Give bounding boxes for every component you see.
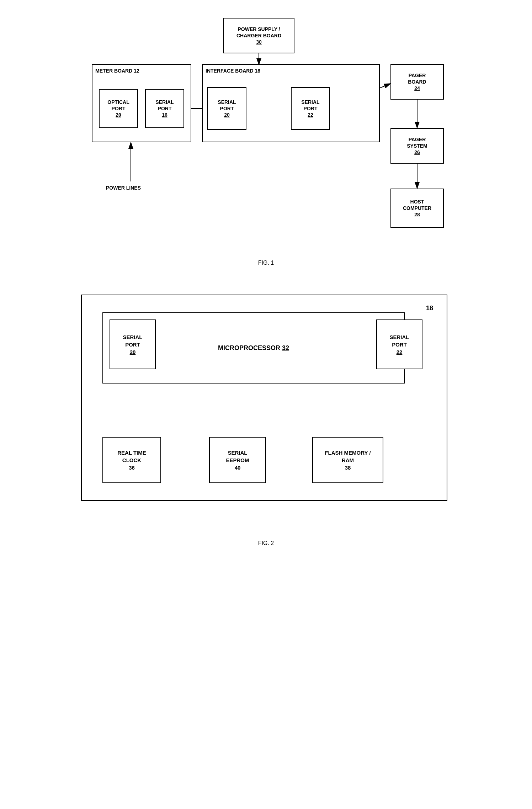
microprocessor-label: MICROPROCESSOR 32 <box>218 344 289 352</box>
interface-board-label: INTERFACE BOARD 18 <box>206 68 260 74</box>
host-computer-line1: HOST <box>410 199 424 205</box>
fig2-caption: FIG. 2 <box>70 540 462 546</box>
serial-port-16-line2: PORT <box>158 105 172 112</box>
serial-port-22-if-box: SERIAL PORT 22 <box>291 87 330 130</box>
serial-port-16-line1: SERIAL <box>155 99 174 105</box>
optical-port-line1: OPTICAL <box>107 99 129 105</box>
pager-system-number: 26 <box>414 149 420 155</box>
pager-board-box: PAGER BOARD 24 <box>390 64 444 100</box>
sp20-if-line2: PORT <box>220 105 234 112</box>
fig2-sp20-box: SERIAL PORT 20 <box>110 319 156 369</box>
fig2-sp22-box: SERIAL PORT 22 <box>376 319 422 369</box>
serial-port-16-number: 16 <box>162 112 167 118</box>
optical-port-box: OPTICAL PORT 20 <box>99 89 138 128</box>
fig2-area: 34 18 MICROPROCESSOR 32 SERIAL PORT 20 S… <box>70 287 462 536</box>
pager-board-line2: BOARD <box>408 79 426 85</box>
host-computer-line2: COMPUTER <box>403 205 431 211</box>
power-supply-label2: CHARGER BOARD <box>236 32 281 39</box>
serial-eeprom-box: SERIAL EEPROM 40 <box>209 437 266 483</box>
sp20-if-line1: SERIAL <box>218 99 236 105</box>
sp22-if-line2: PORT <box>304 105 318 112</box>
fig2-container: 34 18 MICROPROCESSOR 32 SERIAL PORT 20 S… <box>70 287 462 546</box>
power-supply-label: POWER SUPPLY / <box>238 26 280 32</box>
flash-memory-box: FLASH MEMORY / RAM 38 <box>312 437 383 483</box>
sp22-if-number: 22 <box>308 112 313 118</box>
fig1-container: POWER SUPPLY / CHARGER BOARD 30 METER BO… <box>70 14 462 266</box>
pager-board-line1: PAGER <box>409 72 426 79</box>
fig1-area: POWER SUPPLY / CHARGER BOARD 30 METER BO… <box>70 14 462 256</box>
serial-port-16-box: SERIAL PORT 16 <box>145 89 184 128</box>
optical-port-number: 20 <box>116 112 121 118</box>
power-supply-number: 30 <box>256 39 262 45</box>
fig1-caption: FIG. 1 <box>70 260 462 266</box>
optical-port-line2: PORT <box>112 105 126 112</box>
host-computer-number: 28 <box>414 211 420 218</box>
serial-port-20-if-box: SERIAL PORT 20 <box>207 87 246 130</box>
power-supply-box: POWER SUPPLY / CHARGER BOARD 30 <box>223 18 294 53</box>
page-container: POWER SUPPLY / CHARGER BOARD 30 METER BO… <box>70 14 462 561</box>
pager-system-line1: PAGER <box>409 136 426 143</box>
power-lines-label: POWER LINES <box>106 185 141 191</box>
rtc-box: REAL TIME CLOCK 36 <box>102 437 161 483</box>
sp20-if-number: 20 <box>224 112 230 118</box>
pager-system-line2: SYSTEM <box>407 143 427 149</box>
meter-board-label: METER BOARD 12 <box>95 68 139 74</box>
sp22-if-line1: SERIAL <box>301 99 319 105</box>
fig2-board-number: 18 <box>426 305 433 312</box>
host-computer-box: HOST COMPUTER 28 <box>390 189 444 228</box>
pager-system-box: PAGER SYSTEM 26 <box>390 128 444 164</box>
pager-board-number: 24 <box>414 85 420 91</box>
